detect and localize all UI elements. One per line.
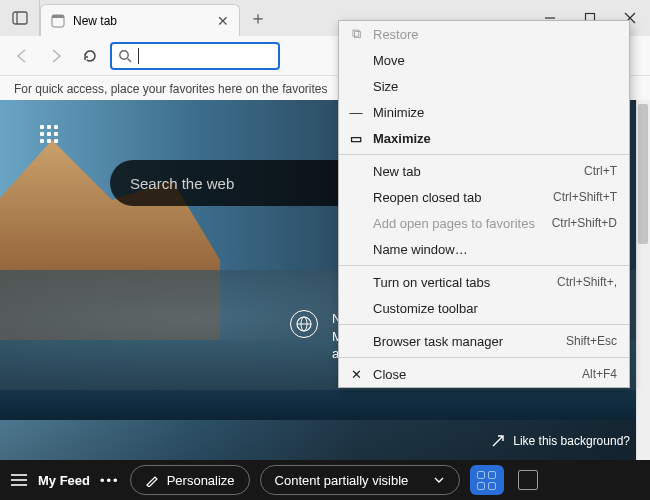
menu-task-manager[interactable]: Browser task managerShift+Esc (339, 328, 629, 354)
tab-actions-icon (12, 11, 28, 25)
tab-new-tab[interactable]: New tab ✕ (40, 4, 240, 36)
grid-layout-button[interactable] (470, 465, 504, 495)
hamburger-icon[interactable] (10, 473, 28, 487)
like-background-button[interactable]: Like this background? (491, 434, 630, 448)
web-search-placeholder: Search the web (130, 175, 234, 192)
menu-move[interactable]: Move (339, 47, 629, 73)
refresh-button[interactable] (76, 42, 104, 70)
vertical-scrollbar[interactable] (636, 100, 650, 460)
search-icon (118, 49, 132, 63)
arrow-right-icon (47, 47, 65, 65)
chevron-down-icon (433, 474, 445, 486)
address-bar[interactable] (110, 42, 280, 70)
minimize-icon: — (349, 105, 363, 120)
menu-size[interactable]: Size (339, 73, 629, 99)
tab-actions-button[interactable] (0, 0, 40, 36)
tab-close-button[interactable]: ✕ (217, 13, 229, 29)
menu-customize-toolbar[interactable]: Customize toolbar (339, 295, 629, 321)
feed-more-button[interactable]: ••• (100, 473, 120, 488)
like-background-label: Like this background? (513, 434, 630, 448)
single-layout-button[interactable] (518, 470, 538, 490)
globe-icon (290, 310, 318, 338)
maximize-icon: ▭ (349, 131, 363, 146)
arrow-left-icon (13, 47, 31, 65)
svg-point-8 (120, 50, 128, 58)
refresh-icon (81, 47, 99, 65)
personalize-label: Personalize (167, 473, 235, 488)
menu-close[interactable]: ✕CloseAlt+F4 (339, 361, 629, 387)
menu-vertical-tabs[interactable]: Turn on vertical tabsCtrl+Shift+, (339, 269, 629, 295)
scrollbar-thumb[interactable] (638, 104, 648, 244)
tab-title: New tab (73, 14, 117, 28)
new-tab-button[interactable]: ＋ (244, 6, 272, 30)
back-button[interactable] (8, 42, 36, 70)
close-icon: ✕ (349, 367, 363, 382)
feed-bar: My Feed ••• Personalize Content partiall… (0, 460, 650, 500)
menu-maximize[interactable]: ▭Maximize (339, 125, 629, 151)
menu-reopen-closed-tab[interactable]: Reopen closed tabCtrl+Shift+T (339, 184, 629, 210)
layout-select[interactable]: Content partially visible (260, 465, 460, 495)
forward-button[interactable] (42, 42, 70, 70)
tab-favicon-icon (51, 14, 65, 28)
svg-rect-3 (52, 15, 64, 18)
titlebar-context-menu: ⧉Restore Move Size —Minimize ▭Maximize N… (338, 20, 630, 388)
svg-line-9 (128, 58, 132, 62)
menu-name-window[interactable]: Name window… (339, 236, 629, 262)
menu-restore: ⧉Restore (339, 21, 629, 47)
menu-new-tab[interactable]: New tabCtrl+T (339, 158, 629, 184)
expand-icon (491, 434, 505, 448)
personalize-button[interactable]: Personalize (130, 465, 250, 495)
restore-icon: ⧉ (349, 26, 363, 42)
menu-add-pages-favorites: Add open pages to favoritesCtrl+Shift+D (339, 210, 629, 236)
svg-rect-0 (13, 12, 27, 24)
text-caret (138, 48, 139, 64)
layout-select-value: Content partially visible (275, 473, 409, 488)
app-launcher-button[interactable] (40, 125, 58, 143)
feed-label: My Feed (38, 473, 90, 488)
pencil-icon (145, 473, 159, 487)
menu-minimize[interactable]: —Minimize (339, 99, 629, 125)
